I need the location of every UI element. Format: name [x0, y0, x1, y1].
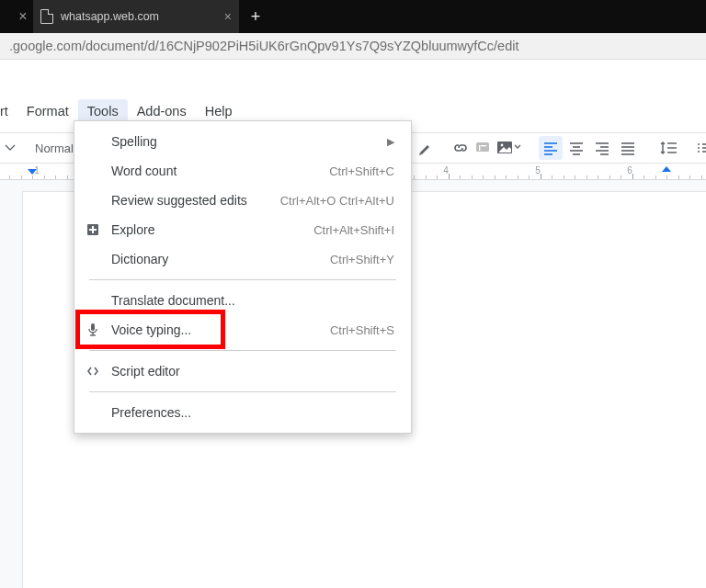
menu-item-label: Spelling — [111, 134, 378, 149]
script-icon — [84, 366, 102, 377]
svg-rect-34 — [89, 229, 97, 231]
menu-tools[interactable]: Tools — [78, 99, 128, 123]
chevron-right-icon: ▶ — [387, 136, 394, 148]
prev-tab-close-icon[interactable]: × — [13, 0, 33, 33]
comment-icon[interactable] — [474, 138, 491, 158]
menu-item-label: Voice typing... — [111, 322, 321, 337]
text-align-group — [539, 136, 640, 160]
svg-rect-35 — [91, 323, 95, 331]
menu-item-label: Review suggested edits — [111, 193, 271, 208]
chevron-down-icon[interactable] — [6, 138, 15, 158]
ruler-number: 4 — [443, 165, 449, 175]
ruler-number: 6 — [627, 165, 632, 175]
align-justify-button[interactable] — [616, 136, 640, 160]
menu-insert-partial[interactable]: rt — [0, 99, 17, 123]
tools-dropdown: Spelling ▶ Word count Ctrl+Shift+C Revie… — [74, 120, 412, 434]
menu-shortcut: Ctrl+Shift+Y — [330, 253, 394, 266]
tools-item-preferences[interactable]: Preferences... — [74, 398, 411, 427]
menu-shortcut: Ctrl+Shift+C — [329, 164, 394, 178]
menu-shortcut: Ctrl+Alt+Shift+I — [313, 223, 394, 237]
menu-format[interactable]: Format — [17, 99, 78, 123]
image-icon[interactable] — [496, 138, 520, 158]
tools-item-explore[interactable]: Explore Ctrl+Alt+Shift+I — [74, 215, 411, 244]
svg-point-28 — [698, 151, 700, 153]
tools-item-script-editor[interactable]: Script editor — [74, 356, 411, 386]
browser-tab-strip: × whatsapp.web.com × + — [0, 0, 706, 33]
menu-shortcut: Ctrl+Shift+S — [330, 323, 394, 337]
menu-addons[interactable]: Add-ons — [128, 99, 196, 123]
left-indent-marker[interactable] — [28, 169, 37, 175]
page-icon — [40, 9, 53, 24]
svg-rect-1 — [481, 145, 486, 146]
menu-item-label: Word count — [111, 164, 320, 178]
tools-item-review-edits[interactable]: Review suggested edits Ctrl+Alt+O Ctrl+A… — [74, 186, 411, 215]
align-center-button[interactable] — [564, 136, 588, 160]
link-icon[interactable] — [452, 138, 469, 158]
menu-separator — [89, 350, 396, 351]
tools-item-translate[interactable]: Translate document... — [74, 286, 411, 315]
right-indent-marker[interactable] — [662, 166, 671, 172]
align-right-button[interactable] — [590, 136, 614, 160]
menu-separator — [89, 391, 396, 392]
align-left-button[interactable] — [539, 136, 563, 160]
tools-item-word-count[interactable]: Word count Ctrl+Shift+C — [74, 156, 411, 186]
address-bar[interactable]: .google.com/document/d/16CNjP902PiH5iUK6… — [0, 33, 706, 60]
menu-item-label: Script editor — [111, 364, 394, 379]
mic-icon — [84, 322, 102, 337]
menu-help[interactable]: Help — [196, 99, 242, 123]
browser-tab-title: whatsapp.web.com — [61, 10, 217, 23]
ruler-number: 5 — [535, 165, 541, 175]
menu-item-label: Dictionary — [111, 252, 321, 266]
menu-item-label: Preferences... — [111, 405, 394, 420]
new-tab-button[interactable]: + — [239, 0, 272, 33]
tools-item-dictionary[interactable]: Dictionary Ctrl+Shift+Y — [74, 244, 411, 274]
svg-point-26 — [698, 143, 700, 145]
browser-tab[interactable]: whatsapp.web.com × — [33, 0, 239, 33]
line-spacing-icon[interactable] — [658, 138, 678, 158]
paragraph-style-select[interactable]: Normal — [33, 141, 75, 155]
highlighter-icon[interactable] — [417, 138, 434, 158]
svg-point-5 — [501, 144, 504, 147]
svg-point-27 — [698, 147, 700, 149]
explore-icon — [84, 223, 102, 236]
menu-item-label: Translate document... — [111, 293, 394, 308]
menu-shortcut: Ctrl+Alt+O Ctrl+Alt+U — [280, 194, 394, 208]
list-icon[interactable] — [697, 138, 706, 158]
tools-item-spelling[interactable]: Spelling ▶ — [74, 127, 411, 156]
menu-separator — [89, 279, 396, 280]
close-tab-icon[interactable]: × — [224, 9, 232, 24]
tools-item-voice-typing[interactable]: Voice typing... Ctrl+Shift+S — [74, 315, 411, 345]
menu-item-label: Explore — [111, 222, 304, 237]
